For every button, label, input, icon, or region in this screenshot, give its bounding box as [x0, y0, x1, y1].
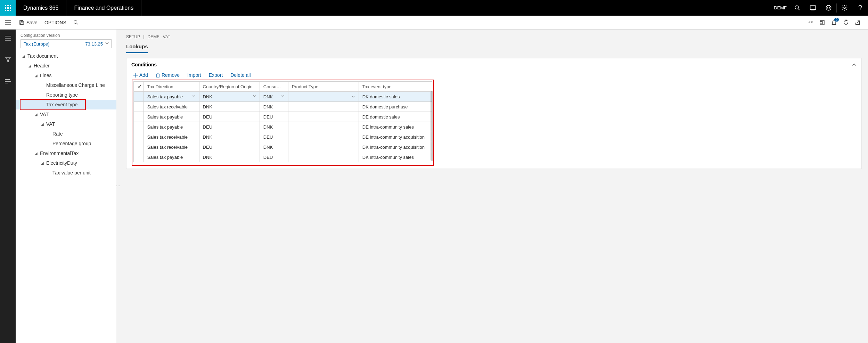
cell-country[interactable]: DEU — [199, 112, 260, 122]
cell-tax-direction[interactable]: Sales tax receivable — [144, 102, 199, 112]
tree-node-tax-event-type[interactable]: Tax event type — [16, 100, 116, 109]
breadcrumb-setup[interactable]: SETUP — [126, 34, 140, 39]
tree-node-tax-document[interactable]: ◢Tax document — [16, 51, 116, 61]
col-product-type[interactable]: Product Type — [288, 82, 359, 92]
col-tax-event-type[interactable]: Tax event type — [359, 82, 432, 92]
tree-node-misc-charge[interactable]: Miscellaneous Charge Line — [16, 80, 116, 90]
cell-country[interactable]: DNK — [199, 102, 260, 112]
product-title[interactable]: Dynamics 365 — [16, 0, 66, 16]
cell-tax-direction[interactable]: Sales tax payable — [144, 92, 199, 102]
row-select-cell[interactable] — [134, 152, 144, 162]
cell-tax-event[interactable]: DK domestic sales — [359, 92, 432, 102]
cell-product-type[interactable] — [288, 102, 359, 112]
cell-tax-direction[interactable]: Sales tax payable — [144, 122, 199, 132]
breadcrumb-vat[interactable]: DEMF : VAT — [148, 34, 171, 39]
office-addins-icon[interactable] — [818, 18, 826, 27]
col-consumption[interactable]: Consumptio... — [260, 82, 288, 92]
row-select-cell[interactable] — [134, 102, 144, 112]
filter-icon[interactable] — [0, 53, 16, 67]
tree-node-elec-duty[interactable]: ◢ElectricityDuty — [16, 158, 116, 168]
cell-product-type[interactable] — [288, 112, 359, 122]
popout-icon[interactable] — [853, 18, 862, 27]
app-launcher-button[interactable] — [0, 0, 16, 16]
cell-product-type[interactable] — [288, 122, 359, 132]
cell-tax-direction[interactable]: Sales tax receivable — [144, 142, 199, 152]
table-row[interactable]: Sales tax payableDNKDEUDK intra-communit… — [134, 152, 432, 162]
cell-tax-direction[interactable]: Sales tax receivable — [144, 132, 199, 142]
cell-consumption[interactable]: DEU — [260, 152, 288, 162]
cell-country[interactable]: DEU — [199, 122, 260, 132]
cell-consumption[interactable]: DNK — [260, 102, 288, 112]
export-button[interactable]: Export — [209, 72, 223, 78]
row-select-cell[interactable] — [134, 142, 144, 152]
col-tax-direction[interactable]: Tax Direction — [144, 82, 199, 92]
options-button[interactable]: OPTIONS — [41, 16, 70, 29]
delete-all-button[interactable]: Delete all — [230, 72, 251, 78]
tab-lookups[interactable]: Lookups — [126, 41, 148, 53]
table-row[interactable]: Sales tax receivableDNKDNKDK domestic pu… — [134, 102, 432, 112]
cell-tax-event[interactable]: DK intra-community sales — [359, 152, 432, 162]
settings-icon[interactable] — [837, 5, 852, 11]
cell-product-type[interactable] — [288, 152, 359, 162]
cell-consumption[interactable]: DEU — [260, 132, 288, 142]
cell-country[interactable]: DEU — [199, 142, 260, 152]
row-select-cell[interactable] — [134, 132, 144, 142]
tree-node-env-tax[interactable]: ◢EnvironmentalTax — [16, 148, 116, 158]
add-button[interactable]: Add — [133, 72, 148, 78]
cell-product-type[interactable] — [288, 92, 359, 102]
row-select-cell[interactable] — [134, 112, 144, 122]
table-row[interactable]: Sales tax payableDNKDNKDK domestic sales — [134, 92, 432, 102]
rail-hamburger-icon[interactable] — [0, 31, 16, 45]
grid-scrollbar[interactable] — [431, 91, 433, 161]
tree-node-lines[interactable]: ◢Lines — [16, 71, 116, 80]
tree-node-vat-inner[interactable]: ◢VAT — [16, 119, 116, 129]
import-button[interactable]: Import — [187, 72, 201, 78]
config-version-combo[interactable]: Tax (Europe) 73.13.25 — [21, 39, 112, 48]
cell-tax-event[interactable]: DE intra-community sales — [359, 122, 432, 132]
tree-node-tax-per-unit[interactable]: Tax value per unit — [16, 168, 116, 178]
refresh-icon[interactable] — [842, 18, 850, 27]
col-country[interactable]: Country/Region of Origin — [199, 82, 260, 92]
cell-tax-direction[interactable]: Sales tax payable — [144, 112, 199, 122]
ribbon-search-button[interactable] — [70, 16, 82, 29]
table-row[interactable]: Sales tax payableDEUDEUDE domestic sales — [134, 112, 432, 122]
cell-consumption[interactable]: DNK — [260, 122, 288, 132]
remove-button[interactable]: Remove — [156, 72, 180, 78]
splitter-handle[interactable]: ⋮ — [116, 30, 120, 343]
search-icon[interactable] — [789, 5, 805, 11]
tree-node-pct-group[interactable]: Percentage group — [16, 139, 116, 148]
cell-product-type[interactable] — [288, 142, 359, 152]
notifications-icon[interactable]: 0 — [830, 18, 838, 27]
table-row[interactable]: Sales tax receivableDEUDNKDK intra-commu… — [134, 142, 432, 152]
cell-country[interactable]: DNK — [199, 132, 260, 142]
cell-country[interactable]: DNK — [199, 92, 260, 102]
messages-icon[interactable] — [805, 5, 821, 11]
module-title[interactable]: Finance and Operations — [66, 0, 141, 16]
row-select-cell[interactable] — [134, 92, 144, 102]
attachments-icon[interactable] — [806, 18, 814, 27]
cell-country[interactable]: DNK — [199, 152, 260, 162]
cell-tax-event[interactable]: DE intra-community acquisition — [359, 132, 432, 142]
save-button[interactable]: Save — [16, 16, 41, 29]
company-code[interactable]: DEMF — [774, 5, 787, 10]
navpane-toggle-icon[interactable] — [0, 20, 16, 25]
tree-node-vat[interactable]: ◢VAT — [16, 109, 116, 119]
cell-product-type[interactable] — [288, 132, 359, 142]
tree-node-reporting-type[interactable]: Reporting type — [16, 90, 116, 100]
cell-tax-event[interactable]: DK intra-community acquisition — [359, 142, 432, 152]
tree-node-rate[interactable]: Rate — [16, 129, 116, 139]
row-select-cell[interactable] — [134, 122, 144, 132]
help-icon[interactable]: ? — [852, 4, 868, 12]
cell-tax-direction[interactable]: Sales tax payable — [144, 152, 199, 162]
cell-consumption[interactable]: DNK — [260, 92, 288, 102]
cell-consumption[interactable]: DEU — [260, 112, 288, 122]
cell-consumption[interactable]: DNK — [260, 142, 288, 152]
cell-tax-event[interactable]: DK domestic purchase — [359, 102, 432, 112]
table-row[interactable]: Sales tax receivableDNKDEUDE intra-commu… — [134, 132, 432, 142]
col-select-all[interactable] — [134, 82, 144, 92]
list-icon[interactable] — [0, 74, 16, 88]
conditions-header[interactable]: Conditions — [126, 58, 861, 71]
table-row[interactable]: Sales tax payableDEUDNKDE intra-communit… — [134, 122, 432, 132]
feedback-icon[interactable] — [821, 5, 836, 11]
cell-tax-event[interactable]: DE domestic sales — [359, 112, 432, 122]
